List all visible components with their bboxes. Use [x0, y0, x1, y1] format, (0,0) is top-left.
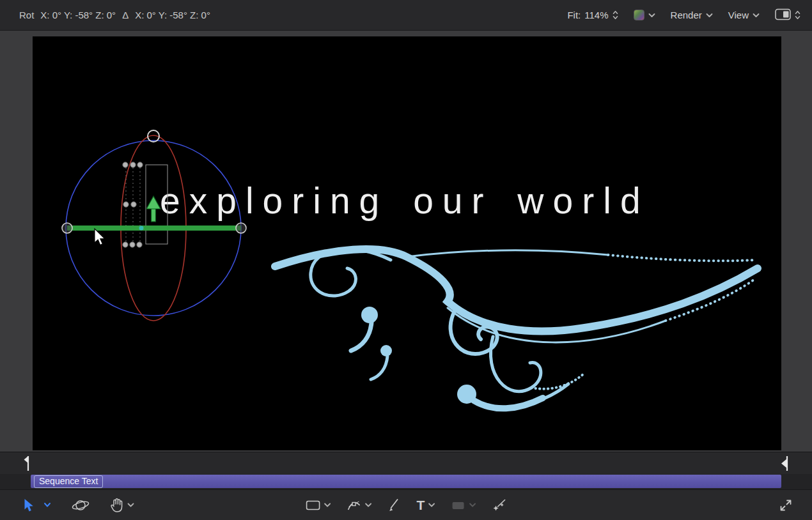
rot-label: Rot: [19, 10, 34, 20]
display-mode-control[interactable]: [775, 8, 800, 22]
expand-icon: [779, 498, 793, 512]
stepper-icon[interactable]: [613, 10, 618, 20]
display-mode-icon: [775, 8, 791, 22]
gizmo-x-handle-right[interactable]: [236, 223, 246, 233]
canvas-status-toolbar: Rot X: 0° Y: -58° Z: 0° Δ X: 0° Y: -58° …: [0, 0, 812, 31]
text-tool-button[interactable]: T: [417, 498, 435, 512]
chevron-down-icon: [706, 13, 713, 18]
chevron-down-icon: [648, 13, 655, 18]
gizmo-anchor-dot: [139, 226, 144, 231]
chevron-down-icon: [469, 503, 476, 508]
sparkle-wand-icon: [491, 498, 506, 513]
render-menu-label: Render: [671, 10, 702, 20]
in-marker-icon[interactable]: [23, 455, 33, 475]
hand-tool-button[interactable]: [110, 498, 134, 513]
rect-tool-icon: [306, 498, 321, 513]
chevron-down-icon: [127, 503, 134, 508]
view-menu[interactable]: View: [728, 10, 760, 20]
render-menu[interactable]: Render: [671, 10, 713, 20]
gizmo-x-handle-left[interactable]: [62, 223, 72, 233]
chevron-down-icon: [43, 502, 51, 508]
gizmo-up-arrow[interactable]: [146, 196, 160, 222]
track-label: Sequence Text: [34, 475, 103, 488]
canvas-viewport[interactable]: exploring our world: [33, 36, 781, 450]
fit-value: 114%: [584, 10, 608, 20]
canvas-area: exploring our world: [0, 31, 812, 452]
select-tool-button[interactable]: [22, 498, 35, 512]
rotation-status: Rot X: 0° Y: -58° Z: 0° Δ X: 0° Y: -58° …: [19, 10, 210, 20]
delta-values: X: 0° Y: -58° Z: 0°: [135, 10, 210, 20]
mini-timeline[interactable]: [0, 452, 812, 474]
brush-tool-icon: [387, 498, 402, 513]
hand-tool-icon: [110, 498, 124, 513]
view-menu-label: View: [728, 10, 749, 20]
chevron-down-icon: [324, 503, 331, 508]
color-well-icon: [634, 10, 644, 20]
chevron-down-icon: [753, 13, 760, 18]
select-tool-icon: [22, 498, 35, 512]
rect-tool-button[interactable]: [306, 498, 331, 513]
bezier-tool-button[interactable]: [347, 498, 372, 513]
color-well-dropdown[interactable]: [634, 10, 655, 20]
delta-icon: Δ: [122, 10, 129, 20]
fit-zoom-control[interactable]: Fit: 114%: [567, 10, 618, 20]
orbit-tool-icon: [72, 498, 90, 513]
select-tool-dropdown[interactable]: [43, 502, 51, 508]
rot-values: X: 0° Y: -58° Z: 0°: [40, 10, 116, 20]
motion-canvas-window: Rot X: 0° Y: -58° Z: 0° Δ X: 0° Y: -58° …: [0, 0, 812, 520]
brush-tool-button[interactable]: [387, 498, 402, 513]
chevron-down-icon: [365, 503, 372, 508]
out-marker-icon[interactable]: [779, 455, 789, 475]
shape-tool-button-disabled: [450, 498, 476, 513]
timebar-row: Sequence Text: [0, 474, 812, 489]
chevron-down-icon: [428, 503, 435, 508]
fit-label: Fit:: [567, 10, 581, 20]
shape-tool-icon: [450, 498, 465, 513]
3d-transform-gizmo[interactable]: [33, 36, 781, 450]
tools-toolbar: T: [0, 489, 812, 520]
gizmo-node-dots[interactable]: [123, 162, 143, 247]
orbit-tool-button[interactable]: [72, 498, 90, 513]
text-tool-icon: T: [417, 498, 425, 512]
sparkle-wand-button[interactable]: [491, 498, 506, 513]
sequence-text-track-bar[interactable]: Sequence Text: [31, 475, 781, 488]
stepper-icon: [795, 10, 800, 20]
bezier-tool-icon: [347, 498, 362, 513]
expand-view-button[interactable]: [779, 498, 793, 512]
